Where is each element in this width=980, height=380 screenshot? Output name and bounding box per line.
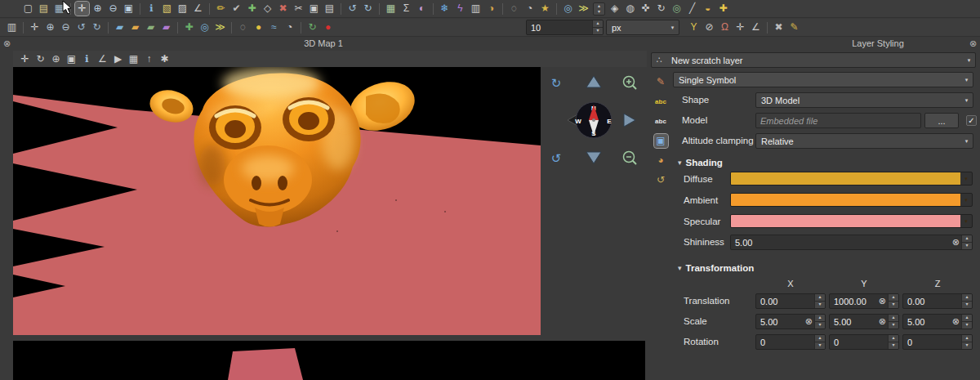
layer-styling-icon[interactable]: ◐ (415, 2, 429, 16)
toggle-editing-icon[interactable]: ✏ (214, 2, 228, 16)
save-image-icon[interactable]: ▦ (127, 52, 140, 66)
spin-down-icon[interactable]: ▾ (962, 242, 972, 249)
spin-up-icon[interactable]: ▴ (962, 235, 972, 242)
model-file-input[interactable] (755, 113, 921, 128)
renderer-combo[interactable]: Single Symbol ▾ (673, 72, 973, 87)
compass[interactable]: N S W E (575, 102, 612, 138)
rotation-y-spinbox[interactable]: 0 ▴▾ (829, 334, 899, 350)
identify-icon[interactable]: ℹ (145, 2, 158, 16)
animations-icon[interactable]: ▶ (111, 52, 125, 66)
tilt-up-button[interactable]: ↻ (551, 76, 562, 90)
undo-icon[interactable]: ↺ (345, 2, 359, 16)
altitude-clamping-combo[interactable]: Relative ▾ (755, 133, 973, 149)
add-feature-icon[interactable]: ✚ (245, 2, 259, 16)
merge-features-icon[interactable]: ◒ (701, 2, 715, 16)
zoom-last-icon[interactable]: ↺ (74, 20, 88, 34)
diffuse-color-button[interactable]: ▾ (730, 172, 973, 186)
spin-down-icon[interactable]: ▾ (962, 301, 972, 308)
spinner-buttons[interactable]: ▴▾ (961, 235, 972, 249)
split-features-icon[interactable]: ╱ (685, 2, 699, 16)
translation-z-spinbox[interactable]: 0.00 ▴▾ (902, 293, 973, 309)
shape-combo[interactable]: 3D Model ▾ (755, 92, 973, 108)
cut-features-icon[interactable]: ✂ (292, 2, 305, 16)
spinner-buttons[interactable]: ▴▾ (961, 315, 972, 329)
flash-geometry-icon[interactable]: ϟ (453, 2, 467, 16)
paste-features-icon[interactable]: ▤ (323, 2, 336, 16)
add-wfs-layer-icon[interactable]: ▰ (128, 20, 142, 34)
spin-up-icon[interactable]: ▴ (962, 294, 972, 301)
save-edits-icon[interactable]: ✔ (229, 2, 243, 16)
clear-value-icon[interactable]: ⊗ (952, 316, 961, 327)
shininess-spinbox[interactable]: 5.00 ⊗ ▴▾ (730, 235, 973, 250)
python-console-2-icon[interactable]: ≫ (213, 20, 227, 34)
cancel-icon[interactable]: ✖ (772, 20, 786, 34)
zoom-in-2-icon[interactable]: ⊕ (43, 20, 57, 34)
delete-selected-icon[interactable]: ✖ (276, 2, 290, 16)
freeze-canvas-icon[interactable]: ❄ (438, 2, 452, 16)
vertex-editor-icon[interactable]: ◈ (608, 2, 621, 16)
pan-map-icon[interactable]: ✛ (75, 2, 89, 16)
construction-mode-icon[interactable]: ∠ (749, 20, 763, 34)
camera-pan-icon[interactable]: ✛ (18, 52, 32, 66)
spin-down-icon[interactable]: ▾ (815, 301, 825, 308)
spin-up-icon[interactable]: ▴ (815, 315, 825, 321)
temporal-control-icon[interactable]: ◔ (283, 20, 296, 34)
cad-tools-icon[interactable]: ✛ (733, 20, 747, 34)
add-xyz-layer-icon[interactable]: ▰ (159, 20, 173, 34)
annotation-icon[interactable]: ✎ (787, 20, 801, 34)
measure-3d-icon[interactable]: ∠ (96, 52, 109, 66)
move-up-button[interactable] (586, 76, 601, 87)
chevron-down-icon[interactable]: ▾ (960, 172, 972, 185)
add-ring-icon[interactable]: ◎ (670, 2, 684, 16)
spinner-buttons[interactable]: ▴▾ (888, 294, 898, 308)
spin-down-icon[interactable]: ▾ (815, 342, 825, 349)
zoom-full-3d-icon[interactable]: ▣ (65, 52, 78, 66)
model-embed-checkbox[interactable]: ✓ (966, 115, 977, 126)
add-wms-layer-icon[interactable]: ▰ (144, 20, 158, 34)
spinner-buttons[interactable]: ▴▾ (961, 294, 972, 308)
toolbar-mini-spinbox[interactable]: ▴▾ (593, 2, 605, 16)
spin-up-icon[interactable]: ▴ (594, 3, 604, 9)
move-right-button[interactable] (624, 114, 635, 127)
unit-combo[interactable]: px ▾ (606, 20, 679, 35)
spin-down-icon[interactable]: ▾ (889, 342, 898, 349)
show-layout-manager-icon[interactable]: ▥ (5, 20, 19, 34)
chevron-down-icon[interactable]: ▾ (960, 194, 972, 206)
options-3d-icon[interactable]: ✱ (158, 52, 172, 66)
spinner-buttons[interactable]: ▴▾ (814, 294, 825, 308)
identify-3d-icon[interactable]: ℹ (80, 52, 94, 66)
plugins-icon[interactable]: ◎ (561, 2, 575, 16)
map-3d-canvas[interactable] (13, 67, 541, 335)
zoom-next-icon[interactable]: ↻ (90, 20, 104, 34)
collapse-arrow-icon[interactable]: ▾ (678, 264, 682, 272)
layout-manager-icon[interactable]: ▥ (469, 2, 483, 16)
spin-up-icon[interactable]: ▴ (962, 315, 972, 321)
python-console-icon[interactable]: ≫ (577, 2, 590, 16)
close-styling-dock-icon[interactable]: ⊗ (969, 38, 977, 49)
vertex-tool-icon[interactable]: ◇ (261, 2, 274, 16)
profile-tool-icon[interactable]: ≈ (267, 20, 281, 34)
shading-group-header[interactable]: ▾ Shading (678, 156, 723, 169)
add-layer-icon[interactable]: ✚ (716, 2, 730, 16)
rotation-x-spinbox[interactable]: 0 ▴▾ (755, 334, 826, 350)
clear-value-icon[interactable]: ⊗ (879, 316, 888, 327)
clear-value-icon[interactable]: ⊗ (805, 316, 814, 327)
topology-checker-icon[interactable]: ◍ (623, 2, 637, 16)
size-spinbox[interactable]: 10 ▴▾ (526, 20, 604, 35)
spin-up-icon[interactable]: ▴ (889, 315, 898, 321)
export-scene-icon[interactable]: ↑ (142, 52, 156, 66)
ambient-color-button[interactable]: ▾ (730, 193, 973, 207)
zoom-in-button[interactable] (624, 77, 637, 90)
project-new-icon[interactable]: ▢ (21, 2, 35, 16)
zoom-in-3d-icon[interactable]: ⊕ (49, 52, 63, 66)
spin-down-icon[interactable]: ▾ (962, 342, 972, 349)
bookmark-icon[interactable]: ★ (538, 2, 552, 16)
redo-icon[interactable]: ↻ (361, 2, 375, 16)
spin-down-icon[interactable]: ▾ (889, 301, 898, 308)
spinner-buttons[interactable]: ▴▾ (592, 20, 603, 34)
zoom-full-icon[interactable]: ▣ (122, 2, 136, 16)
tab-3d-view[interactable]: ▣ (654, 134, 668, 148)
scale-x-spinbox[interactable]: 5.00 ⊗ ▴▾ (755, 314, 826, 329)
rotation-z-spinbox[interactable]: 0 ▴▾ (902, 334, 973, 350)
street-view-icon[interactable]: ● (252, 20, 265, 34)
